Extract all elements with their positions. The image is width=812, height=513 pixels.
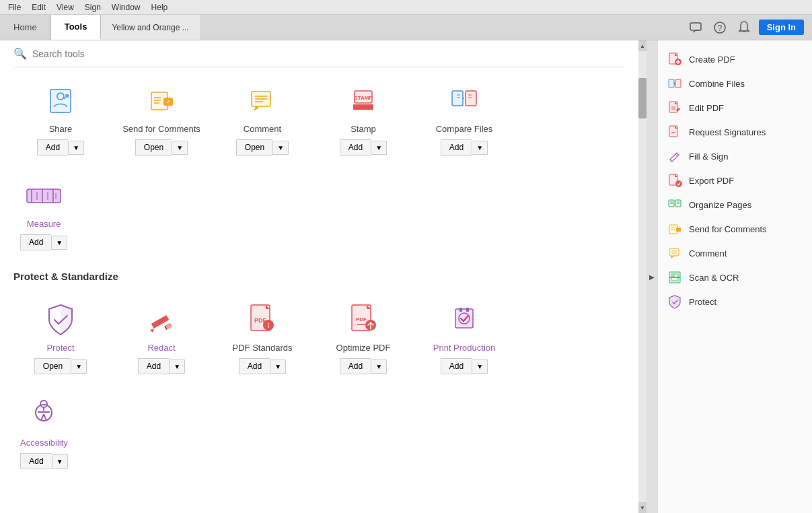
scroll-thumb[interactable] <box>638 78 647 118</box>
request-signatures-icon <box>667 125 682 139</box>
svg-rect-74 <box>676 228 681 232</box>
right-panel-scan-ocr[interactable]: Scan & OCR <box>658 265 812 289</box>
sign-in-button[interactable]: Sign In <box>759 20 804 35</box>
share-add-button[interactable]: Add <box>37 139 68 156</box>
comment-right-label: Comment <box>689 248 727 259</box>
compare-files-dropdown-button[interactable]: ▼ <box>472 141 488 155</box>
measure-dropdown-button[interactable]: ▼ <box>51 236 67 250</box>
right-panel-comment[interactable]: Comment <box>658 241 812 265</box>
create-pdf-label: Create PDF <box>689 55 735 65</box>
right-panel-fill-sign[interactable]: Fill & Sign <box>658 144 812 168</box>
share-btn-group: Add ▼ <box>37 139 84 156</box>
compare-files-add-button[interactable]: Add <box>441 139 472 156</box>
chat-icon[interactable] <box>686 18 705 37</box>
export-pdf-icon <box>667 173 682 188</box>
send-comments-btn-group: Open ▼ <box>135 139 188 156</box>
menu-bar: File Edit View Sign Window Help <box>0 0 812 15</box>
tab-tools[interactable]: Tools <box>51 15 102 40</box>
svg-rect-60 <box>675 79 681 88</box>
stamp-add-button[interactable]: Add <box>340 139 371 156</box>
help-icon[interactable]: ? <box>710 18 729 37</box>
fill-sign-label: Fill & Sign <box>689 151 729 162</box>
tool-print-production: Print Production Add ▼ <box>417 293 511 381</box>
pdf-standards-dropdown-button[interactable]: ▼ <box>270 360 286 374</box>
share-icon <box>43 83 78 118</box>
svg-rect-21 <box>466 91 476 106</box>
tool-pdf-standards: PDF i PDF Standards Add ▼ <box>215 293 309 381</box>
scrollbar[interactable]: ▲ ▼ <box>638 40 647 513</box>
comment-right-icon <box>667 246 682 261</box>
menu-help[interactable]: Help <box>146 1 174 13</box>
measure-add-button[interactable]: Add <box>20 234 51 250</box>
right-panel-protect[interactable]: Protect <box>658 289 812 314</box>
svg-text:✓: ✓ <box>166 99 171 105</box>
send-comments-open-button[interactable]: Open <box>135 139 172 156</box>
fill-sign-icon <box>667 149 682 164</box>
right-panel-request-signatures[interactable]: Request Signatures <box>658 120 812 144</box>
right-panel-organize-pages[interactable]: Organize Pages <box>658 193 812 217</box>
tool-optimize-pdf: PDF Optimize PDF Add ▼ <box>316 293 410 381</box>
menu-sign[interactable]: Sign <box>79 1 106 13</box>
bell-icon[interactable] <box>735 18 753 37</box>
svg-rect-77 <box>669 248 679 256</box>
send-comments-dropdown-button[interactable]: ▼ <box>172 141 188 155</box>
tool-protect: Protect Open ▼ <box>13 293 108 381</box>
protect-section-header: Protect & Standardize <box>13 271 625 282</box>
comment-label: Comment <box>244 124 281 134</box>
send-for-comments-icon: ✓ <box>144 83 179 118</box>
optimize-pdf-btn-group: Add ▼ <box>340 358 387 374</box>
search-input[interactable] <box>32 48 625 59</box>
protect-right-label: Protect <box>689 297 716 307</box>
menu-file[interactable]: File <box>3 1 26 13</box>
pdf-standards-add-button[interactable]: Add <box>239 358 270 374</box>
accessibility-add-button[interactable]: Add <box>20 453 51 469</box>
redact-dropdown-button[interactable]: ▼ <box>169 360 185 374</box>
optimize-pdf-dropdown-button[interactable]: ▼ <box>371 360 387 374</box>
tab-home[interactable]: Home <box>0 15 51 40</box>
edit-pdf-right-icon <box>667 100 682 115</box>
comment-dropdown-button[interactable]: ▼ <box>272 141 289 155</box>
comment-tool-icon <box>245 83 280 118</box>
combine-files-icon <box>667 76 682 91</box>
right-panel-send-for-comments[interactable]: Send for Comments <box>658 217 812 241</box>
stamp-dropdown-button[interactable]: ▼ <box>371 141 387 155</box>
menu-edit[interactable]: Edit <box>26 1 51 13</box>
pdf-standards-btn-group: Add ▼ <box>239 358 286 374</box>
svg-marker-13 <box>254 106 259 111</box>
right-panel-combine-files[interactable]: Combine Files <box>658 71 812 96</box>
measure-btn-group: Add ▼ <box>20 234 67 250</box>
protect-tools-grid: Protect Open ▼ Redact <box>13 293 625 381</box>
svg-rect-47 <box>459 308 462 312</box>
redact-add-button[interactable]: Add <box>138 358 169 374</box>
right-panel-export-pdf[interactable]: Export PDF <box>658 168 812 193</box>
comment-open-button[interactable]: Open <box>236 139 272 156</box>
svg-rect-48 <box>466 308 469 312</box>
menu-window[interactable]: Window <box>106 1 146 13</box>
scroll-track[interactable] <box>638 51 647 502</box>
protect-open-button[interactable]: Open <box>34 358 71 374</box>
menu-view[interactable]: View <box>51 1 79 13</box>
right-panel-edit-pdf[interactable]: Edit PDF <box>658 96 812 120</box>
scroll-up-arrow[interactable]: ▲ <box>638 40 647 51</box>
svg-point-66 <box>675 180 682 187</box>
protect-dropdown-button[interactable]: ▼ <box>71 360 87 374</box>
print-production-add-button[interactable]: Add <box>441 358 472 374</box>
send-comments-label: Send for Comments <box>122 124 200 134</box>
optimize-pdf-label: Optimize PDF <box>336 343 391 353</box>
svg-rect-18 <box>353 104 373 110</box>
collapse-panel-button[interactable]: ▶ <box>647 40 657 513</box>
scroll-down-arrow[interactable]: ▼ <box>638 502 647 513</box>
tab-document[interactable]: Yellow and Orange ... <box>101 15 199 40</box>
svg-rect-84 <box>672 275 675 277</box>
scan-ocr-label: Scan & OCR <box>689 273 739 283</box>
svg-rect-59 <box>669 79 674 88</box>
right-panel-create-pdf[interactable]: Create PDF <box>658 47 812 71</box>
accessibility-dropdown-button[interactable]: ▼ <box>52 454 68 469</box>
share-dropdown-button[interactable]: ▼ <box>68 141 84 155</box>
print-production-dropdown-button[interactable]: ▼ <box>472 360 488 374</box>
compare-files-icon <box>447 83 482 118</box>
optimize-pdf-add-button[interactable]: Add <box>340 358 371 374</box>
organize-pages-label: Organize Pages <box>689 200 751 210</box>
pdf-standards-label: PDF Standards <box>233 343 293 353</box>
tool-stamp: STAMP Stamp Add ▼ <box>316 74 410 162</box>
